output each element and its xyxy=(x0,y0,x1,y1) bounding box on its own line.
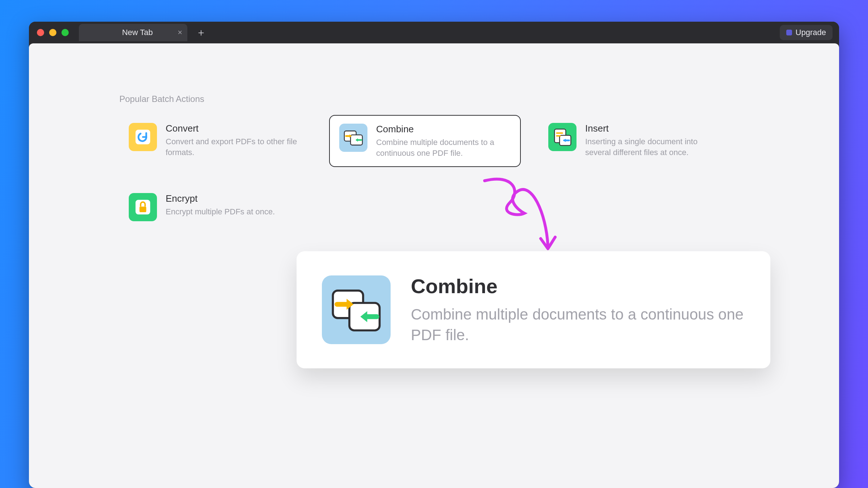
card-text: Encrypt Encrypt multiple PDFs at once. xyxy=(166,193,302,217)
tab-close-icon[interactable]: × xyxy=(178,29,182,37)
tab-new[interactable]: New Tab × xyxy=(79,24,187,41)
card-convert[interactable]: Convert Convert and export PDFs to other… xyxy=(119,115,311,167)
plus-icon: ＋ xyxy=(196,26,206,39)
cards-grid: Convert Convert and export PDFs to other… xyxy=(119,115,749,229)
card-title: Insert xyxy=(585,123,721,134)
encrypt-icon xyxy=(129,193,157,221)
tab-label: New Tab xyxy=(122,28,153,37)
callout-title: Combine xyxy=(411,274,745,298)
combine-icon xyxy=(322,275,391,344)
content-area: Popular Batch Actions Convert Convert an… xyxy=(29,43,839,488)
card-text: Combine Combine multiple documents to a … xyxy=(376,124,511,158)
callout-desc: Combine multiple documents to a continuo… xyxy=(411,304,745,345)
callout-card-combine[interactable]: Combine Combine multiple documents to a … xyxy=(297,251,770,368)
section-title: Popular Batch Actions xyxy=(119,94,749,104)
callout-text: Combine Combine multiple documents to a … xyxy=(411,274,745,345)
upgrade-button[interactable]: Upgrade xyxy=(780,25,833,40)
new-tab-button[interactable]: ＋ xyxy=(194,25,208,40)
titlebar-right: Upgrade xyxy=(780,25,833,40)
upgrade-badge-icon xyxy=(786,30,792,35)
window-controls xyxy=(37,29,69,36)
card-text: Convert Convert and export PDFs to other… xyxy=(166,123,302,158)
card-desc: Inserting a single document into several… xyxy=(585,136,721,158)
card-title: Encrypt xyxy=(166,193,302,204)
insert-icon xyxy=(548,123,576,151)
minimize-window-button[interactable] xyxy=(49,29,56,36)
convert-icon xyxy=(129,123,157,151)
combine-icon xyxy=(339,124,367,152)
svg-rect-6 xyxy=(140,207,146,213)
card-encrypt[interactable]: Encrypt Encrypt multiple PDFs at once. xyxy=(119,185,311,229)
card-desc: Encrypt multiple PDFs at once. xyxy=(166,206,302,217)
card-insert[interactable]: Insert Inserting a single document into … xyxy=(539,115,731,167)
titlebar: New Tab × ＋ Upgrade xyxy=(29,22,839,43)
app-window: New Tab × ＋ Upgrade Popular Batch Action… xyxy=(29,22,839,488)
card-text: Insert Inserting a single document into … xyxy=(585,123,721,158)
zoom-window-button[interactable] xyxy=(61,29,69,36)
card-title: Convert xyxy=(166,123,302,134)
card-title: Combine xyxy=(376,124,511,135)
batch-actions-section: Popular Batch Actions Convert Convert an… xyxy=(119,94,749,229)
card-desc: Convert and export PDFs to other file fo… xyxy=(166,136,302,158)
upgrade-label: Upgrade xyxy=(796,28,826,37)
card-desc: Combine multiple documents to a continuo… xyxy=(376,137,511,158)
card-combine[interactable]: Combine Combine multiple documents to a … xyxy=(329,115,521,167)
close-window-button[interactable] xyxy=(37,29,44,36)
